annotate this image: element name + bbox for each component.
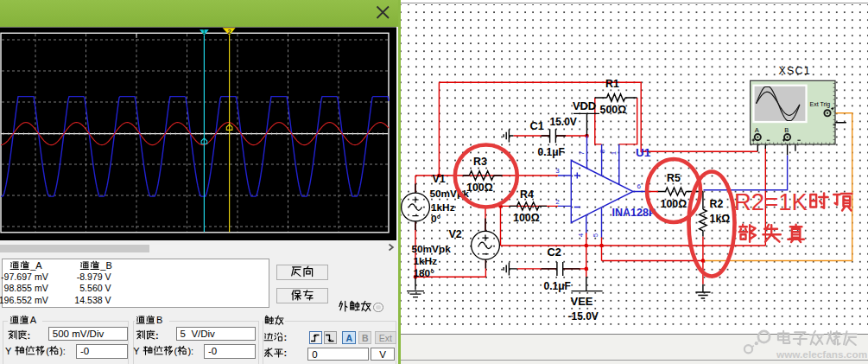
- svg-text:(: (: [46, 346, 49, 356]
- svg-text:0°: 0°: [431, 213, 441, 225]
- svg-text:1kHz: 1kHz: [414, 255, 438, 267]
- svg-text:Y: Y: [133, 346, 140, 356]
- svg-text:B: B: [156, 315, 162, 325]
- svg-text:1: 1: [610, 150, 618, 155]
- svg-text:):: ):: [187, 346, 193, 356]
- svg-text:R4: R4: [520, 188, 534, 201]
- svg-text:0.1μF: 0.1μF: [538, 146, 565, 158]
- svg-text:2: 2: [228, 28, 231, 35]
- svg-text:R2=1K: R2=1K: [734, 188, 808, 215]
- svg-text:(: (: [174, 346, 178, 356]
- svg-text:R3: R3: [473, 156, 487, 168]
- svg-text:Y: Y: [5, 346, 12, 356]
- svg-text::: :: [155, 330, 159, 341]
- svg-text:C1: C1: [530, 119, 544, 132]
- svg-text:1: 1: [203, 29, 206, 35]
- svg-text:U1: U1: [636, 146, 651, 159]
- svg-text:_A: _A: [29, 260, 42, 271]
- svg-text:100Ω: 100Ω: [513, 212, 540, 224]
- svg-text:-8.979 V: -8.979 V: [77, 271, 112, 282]
- svg-text:1kHz: 1kHz: [431, 201, 455, 214]
- svg-text:180°: 180°: [414, 267, 435, 279]
- svg-text:5.560 V: 5.560 V: [79, 283, 111, 293]
- svg-text:R2: R2: [710, 198, 724, 210]
- svg-text:VEE: VEE: [571, 295, 593, 308]
- svg-text:VDD: VDD: [573, 99, 596, 112]
- svg-text::: :: [283, 332, 287, 342]
- svg-text:4: 4: [577, 233, 585, 237]
- svg-text:V1: V1: [433, 173, 446, 185]
- svg-text::: :: [28, 330, 31, 341]
- svg-text:5: 5: [592, 233, 599, 237]
- svg-text:14.538 V: 14.538 V: [74, 295, 111, 305]
- svg-text:50mVpk: 50mVpk: [412, 243, 452, 255]
- svg-text:V2: V2: [449, 228, 462, 240]
- svg-text:196.552 mV: 196.552 mV: [0, 295, 49, 305]
- svg-text:3: 3: [555, 167, 560, 175]
- svg-text:Ext Trig: Ext Trig: [810, 101, 831, 108]
- svg-text:):: ):: [60, 346, 66, 356]
- svg-text:A: A: [30, 315, 37, 325]
- svg-text::: :: [283, 348, 287, 358]
- svg-text:0.1μF: 0.1μF: [544, 280, 571, 292]
- svg-text:XSC1: XSC1: [779, 65, 811, 77]
- svg-text:8: 8: [599, 149, 606, 153]
- svg-text:15.0V: 15.0V: [550, 116, 577, 128]
- svg-text:-15.0V: -15.0V: [568, 310, 599, 322]
- svg-text:-97.697 mV: -97.697 mV: [1, 271, 49, 282]
- svg-text:1kΩ: 1kΩ: [710, 213, 731, 225]
- svg-text:A: A: [755, 126, 759, 134]
- svg-text:R5: R5: [667, 172, 681, 184]
- svg-text:2: 2: [555, 198, 560, 206]
- svg-text:100Ω: 100Ω: [466, 182, 493, 194]
- svg-text:98.855 mV: 98.855 mV: [4, 283, 49, 293]
- svg-text:www.elecfans.com: www.elecfans.com: [776, 348, 867, 361]
- svg-text:7: 7: [578, 150, 586, 155]
- svg-text:B: B: [784, 126, 789, 134]
- svg-text:500Ω: 500Ω: [600, 104, 627, 116]
- svg-text:100Ω: 100Ω: [661, 198, 687, 210]
- svg-text:R1: R1: [605, 78, 619, 90]
- svg-text:INA128P: INA128P: [612, 207, 656, 219]
- svg-text:C2: C2: [548, 246, 561, 259]
- svg-text:6: 6: [637, 182, 642, 190]
- svg-text:_B: _B: [99, 260, 111, 271]
